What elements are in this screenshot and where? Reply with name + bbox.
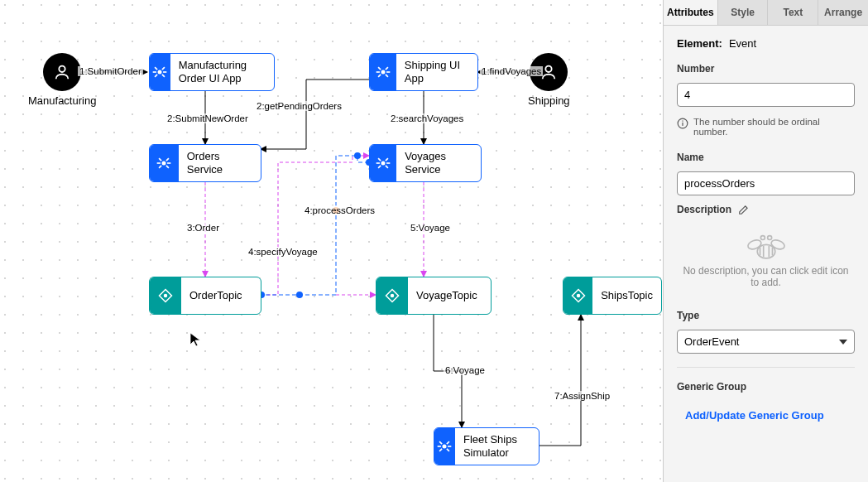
user-icon <box>43 53 81 91</box>
node-fleet-simulator[interactable]: Fleet Ships Simulator <box>434 427 540 465</box>
api-icon <box>370 145 396 181</box>
generic-group-action[interactable]: Add/Update Generic Group <box>677 401 855 430</box>
node-orders-service[interactable]: Orders Service <box>149 144 261 182</box>
element-value: Event <box>729 37 756 50</box>
svg-rect-37 <box>682 121 683 122</box>
actor-label: Manufacturing <box>28 94 96 107</box>
actor-manufacturing[interactable]: Manufacturing <box>28 53 96 107</box>
api-icon <box>370 54 396 90</box>
number-label: Number <box>677 63 855 75</box>
edge-label[interactable]: 2:getPendingOrders <box>255 101 343 111</box>
number-input[interactable] <box>677 83 855 107</box>
node-label: ShipsTopic <box>592 277 661 314</box>
type-select[interactable]: OrderEvent <box>677 330 855 354</box>
svg-point-11 <box>158 70 162 75</box>
edge-label[interactable]: 5:Voyage <box>409 223 452 233</box>
tab-attributes[interactable]: Attributes <box>664 0 718 25</box>
name-input[interactable] <box>677 171 855 195</box>
svg-point-2 <box>296 292 303 298</box>
topic-icon <box>563 277 592 314</box>
svg-point-1 <box>354 152 361 159</box>
node-ships-topic[interactable]: ShipsTopic <box>563 277 662 315</box>
node-order-topic[interactable]: OrderTopic <box>149 277 261 315</box>
svg-point-34 <box>443 445 447 449</box>
element-row: Element: Event <box>677 37 855 50</box>
actor-shipping[interactable]: Shipping <box>528 53 570 107</box>
info-icon <box>677 118 688 129</box>
node-label: Voyages Service <box>396 145 481 181</box>
edit-icon[interactable] <box>738 204 750 215</box>
node-manufacturing-ui[interactable]: Manufacturing Order UI App <box>149 53 275 91</box>
type-label: Type <box>677 310 855 321</box>
svg-point-29 <box>576 294 580 298</box>
svg-point-27 <box>164 294 168 298</box>
bee-icon <box>742 232 790 260</box>
node-shipping-ui[interactable]: Shipping UI App <box>369 53 478 91</box>
api-icon <box>150 145 179 181</box>
element-label: Element: <box>677 37 722 50</box>
tab-style[interactable]: Style <box>718 0 769 25</box>
name-label: Name <box>677 152 855 163</box>
edge-label[interactable]: 4:specifyVoyage <box>247 247 319 257</box>
api-icon <box>150 54 170 90</box>
edge-label[interactable]: 1:findVoyages <box>480 66 543 76</box>
node-label: Manufacturing Order UI App <box>170 54 274 90</box>
diagram-canvas[interactable]: Manufacturing Shipping Manufacturing Ord… <box>0 0 663 482</box>
svg-point-16 <box>381 70 385 75</box>
svg-point-6 <box>546 66 552 72</box>
cursor-icon <box>189 332 203 349</box>
chevron-down-icon <box>839 340 847 345</box>
topic-icon <box>376 277 408 314</box>
svg-point-26 <box>381 161 386 166</box>
svg-point-41 <box>760 236 765 240</box>
panel-tabs: Attributes Style Text Arrange <box>664 0 868 26</box>
svg-point-21 <box>162 161 166 166</box>
node-voyage-topic[interactable]: VoyageTopic <box>376 277 492 315</box>
svg-point-42 <box>767 236 771 240</box>
edge-label[interactable]: 7:AssignShip <box>553 391 611 401</box>
properties-panel: Attributes Style Text Arrange Element: E… <box>663 0 868 482</box>
generic-group-label: Generic Group <box>677 381 855 393</box>
node-label: VoyageTopic <box>408 277 486 314</box>
node-label: Orders Service <box>179 145 261 181</box>
type-value: OrderEvent <box>684 335 739 348</box>
edge-label[interactable]: 4:processOrders <box>303 205 376 215</box>
edge-label[interactable]: 2:SubmitNewOrder <box>165 113 250 123</box>
node-label: Fleet Ships Simulator <box>455 428 539 465</box>
topic-icon <box>150 277 181 314</box>
edge-label[interactable]: 3:Order <box>185 223 221 233</box>
api-icon <box>434 428 455 465</box>
number-hint: The number should be ordinal number. <box>677 115 855 138</box>
edge-label[interactable]: 6:Voyage <box>444 365 487 375</box>
description-empty: No description, you can click edit icon … <box>677 224 855 296</box>
edge-label[interactable]: 1:SubmitOrder <box>78 66 143 76</box>
node-label: OrderTopic <box>181 277 251 314</box>
actor-label: Shipping <box>528 94 570 107</box>
svg-point-5 <box>60 66 65 72</box>
edge-label[interactable]: 2:searchVoyages <box>389 113 465 123</box>
description-label: Description <box>677 204 731 215</box>
tab-text[interactable]: Text <box>768 0 818 25</box>
svg-rect-36 <box>682 123 683 126</box>
svg-point-28 <box>391 294 395 298</box>
tab-arrange[interactable]: Arrange <box>818 0 868 25</box>
node-label: Shipping UI App <box>396 54 477 90</box>
node-voyages-service[interactable]: Voyages Service <box>369 144 482 182</box>
